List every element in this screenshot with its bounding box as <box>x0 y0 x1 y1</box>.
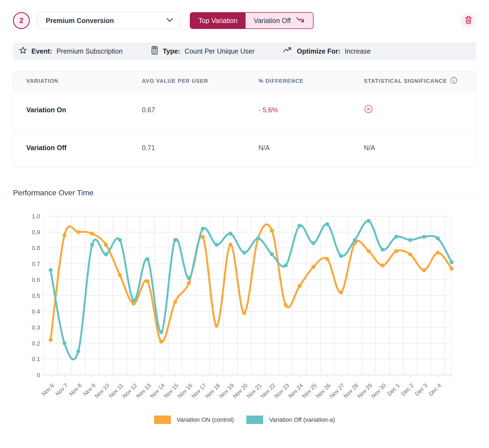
svg-text:Nov 14: Nov 14 <box>149 382 166 399</box>
row1-variation: Variation On <box>13 106 129 114</box>
experiment-header: 2 Premium Conversion Top Variation Varia… <box>13 12 476 29</box>
row2-difference: N/A <box>245 144 351 152</box>
svg-text:Nov 29: Nov 29 <box>356 382 373 399</box>
svg-text:Dec 3: Dec 3 <box>414 382 429 397</box>
svg-text:Nov 30: Nov 30 <box>370 382 387 399</box>
col-significance: STATISTICAL SIGNIFICANCE <box>351 77 476 85</box>
svg-text:Nov 26: Nov 26 <box>315 382 332 399</box>
variation-results-table: VARIATION AVG VALUE PER USER % DIFFERENC… <box>13 71 476 167</box>
chevron-down-icon <box>166 18 173 23</box>
section-divider <box>100 193 476 193</box>
summary-type: Type: Count Per Unique User <box>151 46 255 56</box>
svg-text:0.3: 0.3 <box>32 324 40 331</box>
svg-text:Nov 22: Nov 22 <box>259 382 276 399</box>
svg-text:0.5: 0.5 <box>32 292 40 299</box>
svg-text:0.2: 0.2 <box>32 340 40 347</box>
row1-avg-value: 0.67 <box>129 106 245 114</box>
toggle-variation-off[interactable]: Variation Off <box>246 13 313 28</box>
info-icon[interactable] <box>450 77 457 85</box>
row2-avg-value: 0.71 <box>129 144 245 152</box>
svg-text:Nov 6: Nov 6 <box>40 382 55 397</box>
trend-up-icon <box>283 47 292 55</box>
svg-text:Dec 4: Dec 4 <box>428 382 442 397</box>
optimize-label: Optimize For: <box>297 47 340 55</box>
svg-text:0.8: 0.8 <box>32 245 40 251</box>
metric-dropdown[interactable]: Premium Conversion <box>37 12 180 29</box>
toggle-top-variation[interactable]: Top Variation <box>190 13 246 28</box>
col-significance-label: STATISTICAL SIGNIFICANCE <box>364 78 447 84</box>
calculator-icon <box>151 46 158 56</box>
optimize-value: Increase <box>345 47 371 55</box>
variation-toggle: Top Variation Variation Off <box>190 12 314 29</box>
svg-text:0.4: 0.4 <box>32 308 40 315</box>
svg-text:Nov 21: Nov 21 <box>246 382 263 399</box>
summary-event: Event: Premium Subscription <box>19 46 123 56</box>
svg-text:Dec 2: Dec 2 <box>400 382 415 397</box>
chart-legend: Variation ON (control)Variation Off (var… <box>13 416 476 424</box>
summary-optimize: Optimize For: Increase <box>283 47 371 55</box>
table-row: Variation On 0.67 - 5.6% <box>13 91 476 129</box>
svg-text:Nov 16: Nov 16 <box>176 382 193 399</box>
svg-text:Nov 19: Nov 19 <box>218 382 235 399</box>
legend-swatch <box>154 416 171 424</box>
metric-dropdown-value: Premium Conversion <box>46 17 114 25</box>
legend-item: Variation Off (variation-a) <box>246 416 335 424</box>
event-value: Premium Subscription <box>56 47 123 55</box>
svg-text:Nov 7: Nov 7 <box>54 382 69 397</box>
svg-text:Nov 12: Nov 12 <box>121 382 138 399</box>
svg-text:Nov 20: Nov 20 <box>232 382 249 399</box>
svg-text:0.7: 0.7 <box>32 261 40 267</box>
table-row: Variation Off 0.71 N/A N/A <box>13 129 476 167</box>
col-difference: % DIFFERENCE <box>245 78 351 84</box>
delete-metric-button[interactable] <box>461 13 476 28</box>
col-avg-value: AVG VALUE PER USER <box>129 78 245 84</box>
chart-section-title: Performance Over Time <box>13 189 93 197</box>
legend-label: Variation ON (control) <box>177 416 234 423</box>
legend-item: Variation ON (control) <box>154 416 234 424</box>
col-variation: VARIATION <box>13 78 129 84</box>
chart-section-header: Performance Over Time <box>13 189 476 197</box>
svg-text:Nov 18: Nov 18 <box>204 382 221 399</box>
type-label: Type: <box>163 47 180 55</box>
svg-text:Nov 24: Nov 24 <box>287 382 304 399</box>
trend-down-icon <box>296 16 305 25</box>
svg-text:0.9: 0.9 <box>32 229 40 236</box>
svg-text:Dec 1: Dec 1 <box>386 382 401 397</box>
svg-text:0.1: 0.1 <box>32 356 40 363</box>
not-significant-icon <box>364 104 373 115</box>
row2-significance: N/A <box>351 144 476 152</box>
svg-text:Nov 25: Nov 25 <box>301 382 318 399</box>
svg-text:Nov 28: Nov 28 <box>342 382 359 399</box>
svg-text:Nov 15: Nov 15 <box>162 382 180 399</box>
svg-text:Nov 27: Nov 27 <box>328 382 345 399</box>
row1-difference: - 5.6% <box>245 106 351 114</box>
svg-text:0: 0 <box>37 372 40 378</box>
svg-text:Nov 23: Nov 23 <box>273 382 290 399</box>
metric-summary-bar: Event: Premium Subscription Type: <box>13 42 476 60</box>
experiment-number-badge: 2 <box>13 12 30 29</box>
svg-text:Nov 11: Nov 11 <box>107 382 124 399</box>
trash-icon <box>464 16 472 25</box>
svg-text:0.6: 0.6 <box>32 276 40 283</box>
row2-variation: Variation Off <box>13 144 129 152</box>
svg-text:Nov 17: Nov 17 <box>190 382 207 399</box>
legend-label: Variation Off (variation-a) <box>269 416 335 423</box>
toggle-variation-off-label: Variation Off <box>254 17 291 25</box>
svg-text:1.0: 1.0 <box>32 213 40 220</box>
type-value: Count Per Unique User <box>185 47 255 55</box>
legend-swatch <box>246 416 263 424</box>
row1-significance <box>351 104 476 115</box>
line-chart-canvas: 1.00.90.80.70.60.50.40.30.20.10Nov 6Nov … <box>13 203 476 432</box>
table-header-row: VARIATION AVG VALUE PER USER % DIFFERENC… <box>13 71 476 91</box>
performance-chart: 1.00.90.80.70.60.50.40.30.20.10Nov 6Nov … <box>13 203 476 433</box>
svg-text:Nov 10: Nov 10 <box>93 382 110 399</box>
event-label: Event: <box>31 47 52 55</box>
svg-text:Nov 13: Nov 13 <box>135 382 152 399</box>
svg-text:Nov 8: Nov 8 <box>68 382 83 397</box>
star-icon <box>19 46 27 56</box>
